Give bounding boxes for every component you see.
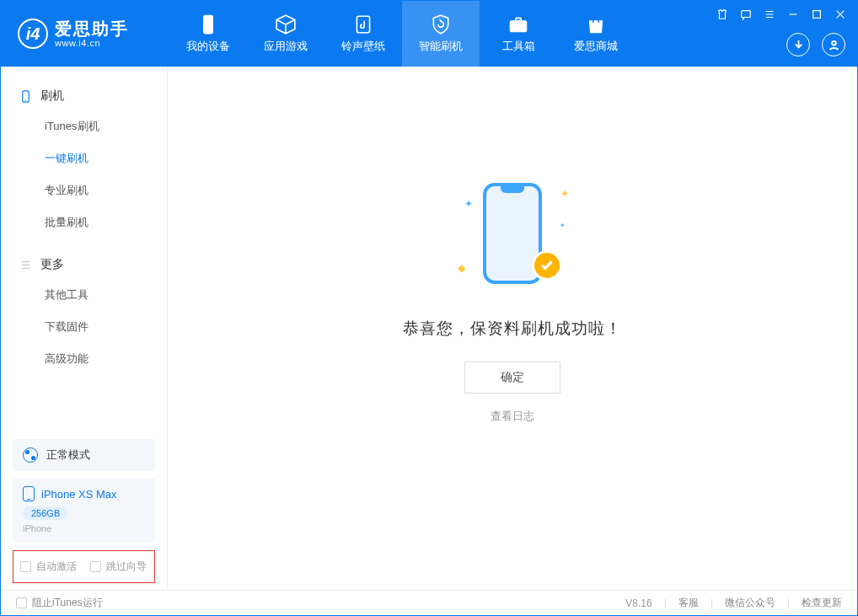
- group-label: 更多: [40, 257, 64, 272]
- sidebar-item-batch[interactable]: 批量刷机: [1, 206, 167, 238]
- device-name: iPhone XS Max: [41, 488, 117, 501]
- shopping-bag-icon: [585, 13, 607, 35]
- sidebar-group-more: 更多: [1, 250, 167, 279]
- check-auto-activate[interactable]: 自动激活: [20, 560, 77, 574]
- body: 刷机 iTunes刷机 一键刷机 专业刷机 批量刷机 更多 其他工具 下载固件 …: [1, 67, 857, 590]
- checkbox-icon: [90, 561, 101, 572]
- footer: 阻止iTunes运行 V8.16 | 客服 | 微信公众号 | 检查更新: [1, 590, 857, 615]
- device-type: iPhone: [23, 523, 145, 533]
- svg-rect-0: [204, 15, 213, 34]
- mode-icon: [23, 447, 38, 463]
- device-block: 正常模式 iPhone XS Max 256GB iPhone: [13, 439, 155, 542]
- list-icon: [19, 259, 32, 271]
- phone-small-icon: [23, 486, 35, 501]
- nav-toolbox[interactable]: 工具箱: [480, 1, 557, 67]
- briefcase-icon: [507, 13, 529, 35]
- group-label: 刷机: [40, 88, 64, 104]
- wechat-link[interactable]: 微信公众号: [725, 596, 775, 610]
- sparkle-icon: ✦: [464, 198, 473, 210]
- svg-rect-2: [510, 21, 527, 32]
- check-skip-guide[interactable]: 跳过向导: [90, 560, 147, 574]
- storage-badge: 256GB: [23, 506, 68, 520]
- sidebar-item-other[interactable]: 其他工具: [1, 279, 167, 311]
- logo-icon: i4: [18, 19, 48, 49]
- checkbox-icon: [20, 561, 31, 572]
- header: i4 爱思助手 www.i4.cn 我的设备 应用游戏 铃声壁纸 智能刷机 工具…: [1, 1, 857, 67]
- device-name-row: iPhone XS Max: [23, 486, 145, 501]
- device-mode-row[interactable]: 正常模式: [13, 439, 155, 471]
- user-button[interactable]: [822, 33, 845, 56]
- confirm-button[interactable]: 确定: [464, 362, 560, 394]
- svg-rect-3: [516, 18, 522, 20]
- view-log-link[interactable]: 查看日志: [491, 409, 534, 424]
- support-link[interactable]: 客服: [678, 596, 699, 610]
- menu-icon[interactable]: [763, 8, 776, 21]
- shirt-icon[interactable]: [716, 8, 729, 21]
- nav-ringtones[interactable]: 铃声壁纸: [324, 1, 402, 67]
- sidebar-item-itunes[interactable]: iTunes刷机: [1, 110, 167, 142]
- nav-label: 铃声壁纸: [341, 39, 385, 54]
- divider: |: [711, 597, 713, 609]
- divider: |: [787, 597, 790, 609]
- nav-apps-games[interactable]: 应用游戏: [247, 1, 324, 67]
- nav-tabs: 我的设备 应用游戏 铃声壁纸 智能刷机 工具箱 爱思商城: [169, 1, 635, 67]
- nav-my-device[interactable]: 我的设备: [169, 1, 247, 67]
- success-message: 恭喜您，保资料刷机成功啦！: [403, 318, 622, 340]
- shield-refresh-icon: [430, 13, 452, 35]
- checkbox-icon: [16, 597, 27, 608]
- nav-flash[interactable]: 智能刷机: [402, 1, 480, 67]
- check-block-itunes[interactable]: 阻止iTunes运行: [16, 596, 103, 610]
- sidebar-item-pro[interactable]: 专业刷机: [1, 174, 167, 206]
- mode-label: 正常模式: [46, 447, 90, 463]
- logo-text: 爱思助手 www.i4.cn: [55, 19, 129, 48]
- svg-point-8: [25, 99, 27, 101]
- svg-rect-4: [742, 11, 751, 18]
- divider: |: [664, 597, 667, 609]
- sparkle-icon: ✦: [560, 188, 569, 200]
- sidebar-item-advanced[interactable]: 高级功能: [1, 343, 167, 375]
- window-controls: [716, 8, 847, 21]
- logo-block: i4 爱思助手 www.i4.cn: [18, 19, 169, 49]
- sparkle-icon: ✦: [560, 222, 566, 229]
- header-right: [786, 33, 845, 56]
- sidebar-item-onekey[interactable]: 一键刷机: [1, 142, 167, 174]
- sidebar-item-firmware[interactable]: 下载固件: [1, 311, 167, 343]
- feedback-icon[interactable]: [739, 8, 753, 21]
- nav-label: 爱思商城: [574, 39, 618, 54]
- app-subtitle: www.i4.cn: [55, 38, 129, 48]
- phone-icon: [197, 13, 219, 35]
- check-label: 自动激活: [36, 560, 77, 574]
- nav-label: 应用游戏: [264, 39, 308, 54]
- sparkle-icon: ◆: [458, 262, 465, 274]
- close-button[interactable]: [834, 8, 847, 21]
- music-file-icon: [352, 13, 374, 35]
- check-badge-icon: [532, 250, 562, 281]
- cube-icon: [275, 13, 297, 35]
- sidebar-group-flash: 刷机: [1, 82, 167, 110]
- check-label: 阻止iTunes运行: [32, 596, 103, 610]
- bottom-checks-highlight: 自动激活 跳过向导: [13, 550, 155, 583]
- nav-label: 我的设备: [186, 39, 230, 54]
- app-title: 爱思助手: [55, 19, 129, 38]
- check-update-link[interactable]: 检查更新: [802, 596, 842, 610]
- maximize-button[interactable]: [810, 8, 823, 21]
- nav-label: 工具箱: [502, 39, 535, 54]
- download-button[interactable]: [786, 33, 810, 56]
- version-label: V8.16: [625, 597, 652, 609]
- main-content: ✦ ✦ ◆ ✦ 恭喜您，保资料刷机成功啦！ 确定 查看日志: [168, 67, 857, 590]
- check-label: 跳过向导: [106, 560, 147, 574]
- svg-point-6: [832, 40, 836, 45]
- success-illustration: ✦ ✦ ◆ ✦: [458, 183, 567, 292]
- svg-rect-5: [813, 11, 821, 19]
- device-info-row[interactable]: iPhone XS Max 256GB iPhone: [13, 478, 155, 542]
- nav-label: 智能刷机: [419, 39, 463, 54]
- svg-rect-1: [357, 16, 369, 33]
- device-icon: [19, 90, 32, 103]
- minimize-button[interactable]: [786, 8, 800, 21]
- sidebar: 刷机 iTunes刷机 一键刷机 专业刷机 批量刷机 更多 其他工具 下载固件 …: [1, 67, 168, 590]
- nav-store[interactable]: 爱思商城: [557, 1, 635, 67]
- footer-right: V8.16 | 客服 | 微信公众号 | 检查更新: [625, 596, 842, 610]
